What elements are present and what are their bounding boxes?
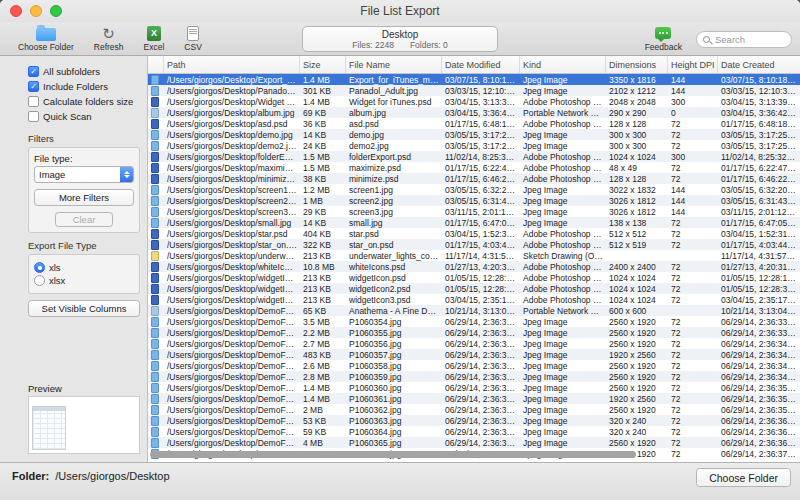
choose-folder-toolbar-button[interactable]: Choose Folder xyxy=(18,25,74,52)
checkbox-option[interactable]: Quick Scan xyxy=(28,111,140,122)
cell-kind: Jpeg Image xyxy=(520,350,606,360)
cell-size: 2.6 MB xyxy=(300,361,346,371)
cell-path: /Users/giorgos/Desktop/DemoFolder/P10603… xyxy=(164,350,300,360)
table-row[interactable]: /Users/giorgos/Desktop/screen3.jpg29 KBs… xyxy=(148,206,800,217)
cell-date-modified: 06/29/14, 2:36:34 PM xyxy=(442,361,520,371)
cell-size: 213 KB xyxy=(300,284,346,294)
set-visible-columns-button[interactable]: Set Visible Columns xyxy=(28,300,140,317)
table-row[interactable]: /Users/giorgos/Desktop/star.psd404 KBsta… xyxy=(148,228,800,239)
table-row[interactable]: /Users/giorgos/Desktop/Panadol_Adult.jpg… xyxy=(148,85,800,96)
column-header[interactable]: Size xyxy=(300,56,346,73)
checkbox-option[interactable]: Calculate folders size xyxy=(28,96,140,107)
minimize-window-button[interactable] xyxy=(30,5,42,17)
table-row[interactable]: /Users/giorgos/Desktop/maximize.psd1.5 M… xyxy=(148,162,800,173)
file-icon xyxy=(151,317,159,327)
table-row[interactable]: /Users/giorgos/Desktop/Export_for_iTunes… xyxy=(148,74,800,85)
cell-file-name: Export_for_iTunes_mp3.jpg xyxy=(346,75,442,85)
table-header: PathSizeFile NameDate ModifiedKindDimens… xyxy=(148,56,800,74)
clear-filters-button[interactable]: Clear xyxy=(55,212,113,227)
column-header[interactable]: Kind xyxy=(520,56,606,73)
table-row[interactable]: /Users/giorgos/Desktop/widgetIcon3.psd21… xyxy=(148,294,800,305)
table-row[interactable]: /Users/giorgos/Desktop/Widget for iTunes… xyxy=(148,96,800,107)
radio-icon[interactable] xyxy=(34,275,45,286)
table-row[interactable]: /Users/giorgos/Desktop/DemoFolder/P10603… xyxy=(148,404,800,415)
cell-path: /Users/giorgos/Desktop/album.jpg xyxy=(164,108,300,118)
cell-size: 69 KB xyxy=(300,108,346,118)
cell-date-modified: 03/03/15, 12:10:39 AM xyxy=(442,86,520,96)
cell-kind: Jpeg Image xyxy=(520,207,606,217)
refresh-label: Refresh xyxy=(94,42,124,52)
table-row[interactable]: /Users/giorgos/Desktop/folderExport.psd1… xyxy=(148,151,800,162)
table-row[interactable]: /Users/giorgos/Desktop/asd.psd36 KBasd.p… xyxy=(148,118,800,129)
table-row[interactable]: /Users/giorgos/Desktop/demo.jpg14 KBdemo… xyxy=(148,129,800,140)
table-row[interactable]: /Users/giorgos/Desktop/DemoFolder/P10603… xyxy=(148,349,800,360)
table-row[interactable]: /Users/giorgos/Desktop/widgetIcon.psd213… xyxy=(148,272,800,283)
column-header-icon[interactable] xyxy=(148,56,164,73)
table-row[interactable]: /Users/giorgos/Desktop/DemoFolder/Anathe… xyxy=(148,305,800,316)
table-row[interactable]: /Users/giorgos/Desktop/small.jpg14 KBsma… xyxy=(148,217,800,228)
table-row[interactable]: /Users/giorgos/Desktop/album.jpg69 KBalb… xyxy=(148,107,800,118)
table-row[interactable]: /Users/giorgos/Desktop/DemoFolder/P10603… xyxy=(148,382,800,393)
checkbox-icon[interactable]: ✓ xyxy=(28,66,39,77)
column-header[interactable]: Date Modified xyxy=(442,56,520,73)
column-header[interactable]: Dimensions xyxy=(606,56,668,73)
cell-size: 3.5 MB xyxy=(300,317,346,327)
table-row[interactable]: /Users/giorgos/Desktop/whiteIcons.psd10.… xyxy=(148,261,800,272)
table-row[interactable]: /Users/giorgos/Desktop/DemoFolder/P10603… xyxy=(148,338,800,349)
checkbox-icon[interactable] xyxy=(28,96,39,107)
table-row[interactable]: /Users/giorgos/Desktop/minimize.psd38 KB… xyxy=(148,173,800,184)
cell-path: /Users/giorgos/Desktop/DemoFolder/P10603… xyxy=(164,339,300,349)
horizontal-scrollbar[interactable] xyxy=(148,450,800,459)
column-header[interactable]: Date Created xyxy=(718,56,800,73)
table-row[interactable]: /Users/giorgos/Desktop/DemoFolder/P10603… xyxy=(148,371,800,382)
close-window-button[interactable] xyxy=(10,5,22,17)
table-row[interactable]: /Users/giorgos/Desktop/underwater_lights… xyxy=(148,250,800,261)
cell-file-name: Widget for iTunes.psd xyxy=(346,97,442,107)
cell-size: 59 KB xyxy=(300,427,346,437)
filters-title: Filters xyxy=(28,133,140,144)
choose-folder-label: Choose Folder xyxy=(18,42,74,52)
table-row[interactable]: /Users/giorgos/Desktop/DemoFolder/P10603… xyxy=(148,393,800,404)
table-row[interactable]: /Users/giorgos/Desktop/screen1.jpg1.2 MB… xyxy=(148,184,800,195)
cell-date-modified: 11/02/14, 8:25:32 PM xyxy=(442,152,520,162)
table-row[interactable]: /Users/giorgos/Desktop/DemoFolder/P10603… xyxy=(148,437,800,448)
cell-date-created: 01/17/15, 6:48:18 PM xyxy=(718,119,800,129)
radio-option[interactable]: xls xyxy=(34,262,134,273)
export-csv-button[interactable]: CSV xyxy=(184,25,201,52)
refresh-button[interactable]: ↻ Refresh xyxy=(94,25,124,52)
radio-option[interactable]: xlsx xyxy=(34,275,134,286)
table-row[interactable]: /Users/giorgos/Desktop/widgetIcon2.psd21… xyxy=(148,283,800,294)
table-row[interactable]: /Users/giorgos/Desktop/screen2.jpg1 MBsc… xyxy=(148,195,800,206)
more-filters-button[interactable]: More Filters xyxy=(34,189,134,206)
file-icon xyxy=(151,427,159,437)
table-row[interactable]: /Users/giorgos/Desktop/DemoFolder/P10603… xyxy=(148,415,800,426)
scan-folder-name: Desktop xyxy=(382,29,419,40)
table-row[interactable]: /Users/giorgos/Desktop/star_on.psd322 KB… xyxy=(148,239,800,250)
export-excel-button[interactable]: X Excel xyxy=(144,25,165,52)
column-header[interactable]: Height DPI xyxy=(668,56,718,73)
search-input[interactable]: Search xyxy=(696,31,792,48)
cell-path: /Users/giorgos/Desktop/widgetIcon2.psd xyxy=(164,284,300,294)
cell-path: /Users/giorgos/Desktop/minimize.psd xyxy=(164,174,300,184)
feedback-button[interactable]: Feedback xyxy=(645,25,682,52)
checkbox-icon[interactable] xyxy=(28,111,39,122)
column-header[interactable]: File Name xyxy=(346,56,442,73)
cell-size: 1.5 MB xyxy=(300,152,346,162)
export-file-type-title: Export File Type xyxy=(28,240,140,251)
choose-folder-footer-button[interactable]: Choose Folder xyxy=(696,468,791,487)
horizontal-scrollbar-thumb[interactable] xyxy=(150,451,636,458)
table-row[interactable]: /Users/giorgos/Desktop/DemoFolder/P10603… xyxy=(148,426,800,437)
table-row[interactable]: /Users/giorgos/Desktop/DemoFolder/P10603… xyxy=(148,327,800,338)
table-row[interactable]: /Users/giorgos/Desktop/DemoFolder/P10603… xyxy=(148,316,800,327)
table-row[interactable]: /Users/giorgos/Desktop/DemoFolder/P10603… xyxy=(148,360,800,371)
checkbox-option[interactable]: ✓All subfolders xyxy=(28,66,140,77)
file-icon-cell xyxy=(148,416,164,426)
checkbox-icon[interactable]: ✓ xyxy=(28,81,39,92)
checkbox-option[interactable]: ✓Include Folders xyxy=(28,81,140,92)
cell-path: /Users/giorgos/Desktop/star.psd xyxy=(164,229,300,239)
radio-icon[interactable] xyxy=(34,262,45,273)
file-type-select[interactable]: Image xyxy=(34,166,134,183)
zoom-window-button[interactable] xyxy=(50,5,62,17)
table-row[interactable]: /Users/giorgos/Desktop/demo2.jpg24 KBdem… xyxy=(148,140,800,151)
column-header[interactable]: Path xyxy=(164,56,300,73)
